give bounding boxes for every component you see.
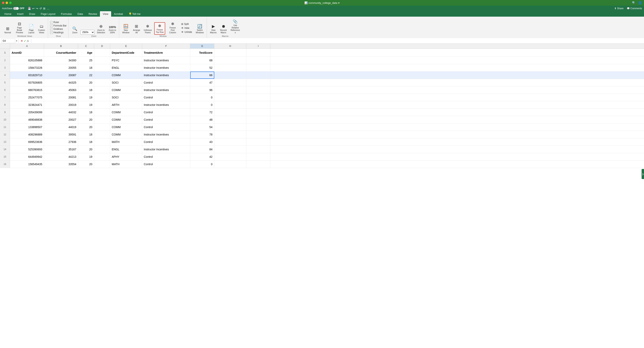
cell-e4[interactable]: COMM	[110, 72, 142, 79]
cell-i10[interactable]	[246, 116, 270, 123]
cell-h10[interactable]	[214, 116, 246, 123]
ruler-checkbox[interactable]: ✓ Ruler	[50, 21, 67, 24]
cell-b13[interactable]: 27936	[44, 138, 78, 146]
cell-c10[interactable]: 20	[78, 116, 94, 123]
new-window-button[interactable]: 🪟 NewWindow	[121, 23, 131, 35]
cell-f9[interactable]: Control	[142, 109, 190, 116]
cell-a2[interactable]: 826105888	[10, 57, 44, 64]
cell-g6[interactable]: 96	[190, 86, 214, 94]
cell-f6[interactable]: Instructor Incentives	[142, 86, 190, 94]
cell-g4[interactable]: 66	[190, 72, 214, 79]
cell-h14[interactable]	[214, 146, 246, 153]
cell-g13[interactable]: 43	[190, 138, 214, 146]
cell-c1[interactable]: Age	[78, 49, 94, 57]
arrange-all-button[interactable]: ⊞ ArrangeAll	[132, 23, 142, 35]
cell-h4[interactable]	[214, 72, 246, 79]
tab-draw[interactable]: Draw	[26, 11, 38, 17]
cell-d4[interactable]	[94, 72, 110, 79]
cell-a15[interactable]: 644949942	[10, 153, 44, 160]
cell-h5[interactable]	[214, 79, 246, 86]
custom-views-button[interactable]: 🗂 CustomViews	[37, 23, 46, 35]
zoom-100-button[interactable]: 100% Zoom to100%	[108, 25, 117, 35]
col-header-G[interactable]: G	[190, 44, 214, 49]
cell-c6[interactable]: 18	[78, 86, 94, 94]
cell-e5[interactable]: SOCI	[110, 79, 142, 86]
page-break-preview-button[interactable]: ⊟ Page BreakPreview	[13, 21, 26, 35]
cell-f13[interactable]: Control	[142, 138, 190, 146]
col-header-B[interactable]: B	[44, 44, 78, 49]
cell-d11[interactable]	[94, 124, 110, 131]
cell-b16[interactable]: 33554	[44, 161, 78, 168]
cell-b9[interactable]: 44032	[44, 109, 78, 116]
cell-c12[interactable]: 18	[78, 131, 94, 138]
cell-c4[interactable]: 22	[78, 72, 94, 79]
cell-h16[interactable]	[214, 161, 246, 168]
cell-i13[interactable]	[246, 138, 270, 146]
cell-e9[interactable]: COMM	[110, 109, 142, 116]
cell-f8[interactable]: Instructor Incentives	[142, 101, 190, 108]
cell-c3[interactable]: 18	[78, 64, 94, 71]
cell-b12[interactable]: 39591	[44, 131, 78, 138]
cell-c13[interactable]: 18	[78, 138, 94, 146]
view-macros-button[interactable]: ▶ ViewMacros	[209, 23, 218, 35]
tab-formulas[interactable]: Formulas	[58, 11, 75, 17]
cell-b14[interactable]: 35167	[44, 146, 78, 153]
cell-i8[interactable]	[246, 101, 270, 108]
cell-e8[interactable]: ARTH	[110, 101, 142, 108]
cell-h7[interactable]	[214, 94, 246, 101]
cell-c8[interactable]: 19	[78, 101, 94, 108]
maximize-button[interactable]	[9, 2, 12, 4]
cell-i7[interactable]	[246, 94, 270, 101]
cell-a14[interactable]: 525390693	[10, 146, 44, 153]
cell-g2[interactable]: 68	[190, 57, 214, 64]
cell-d16[interactable]	[94, 161, 110, 168]
cell-f10[interactable]: Control	[142, 116, 190, 123]
cancel-formula-icon[interactable]: ✕	[21, 39, 23, 43]
cell-a4[interactable]: 831829710	[10, 72, 44, 79]
normal-view-button[interactable]: ⊞ Normal	[3, 26, 12, 35]
close-button[interactable]	[2, 2, 4, 4]
save-icon[interactable]: 💾	[28, 7, 31, 10]
cell-d13[interactable]	[94, 138, 110, 146]
cell-c9[interactable]: 18	[78, 109, 94, 116]
cell-g14[interactable]: 84	[190, 146, 214, 153]
cell-i12[interactable]	[246, 131, 270, 138]
cell-d14[interactable]	[94, 146, 110, 153]
col-header-C[interactable]: C	[78, 44, 94, 49]
cell-d8[interactable]	[94, 101, 110, 108]
cell-a6[interactable]: 680763815	[10, 86, 44, 94]
cell-e11[interactable]: COMM	[110, 124, 142, 131]
cell-b4[interactable]: 20087	[44, 72, 78, 79]
zoom-select[interactable]: 250% 200% 150% 100% 75% 50%	[80, 30, 94, 35]
cell-c14[interactable]: 20	[78, 146, 94, 153]
cell-e1[interactable]: DepartmentCode	[110, 49, 142, 57]
tab-tell-me[interactable]: 💡 Tell me	[126, 11, 144, 17]
cell-a1[interactable]: AnonID	[10, 49, 44, 57]
redo-icon[interactable]: ↪	[36, 7, 38, 10]
cell-g12[interactable]: 78	[190, 131, 214, 138]
page-layout-view-button[interactable]: 📄 PageLayout	[27, 23, 36, 35]
cell-h11[interactable]	[214, 124, 246, 131]
cell-b11[interactable]: 44019	[44, 124, 78, 131]
unhide-button[interactable]: 👁 Unhide	[180, 30, 193, 34]
tab-data[interactable]: Data	[75, 11, 86, 17]
unfreeze-panes-button[interactable]: ❄ UnfreezePanes	[142, 23, 153, 35]
zoom-to-selection-button[interactable]: ⊕ Zoom toSelection	[96, 23, 106, 35]
cell-i2[interactable]	[246, 57, 270, 64]
formula-bar-checkbox[interactable]: ✓ Formula Bar	[50, 24, 67, 27]
cell-h3[interactable]	[214, 64, 246, 71]
insert-function-icon[interactable]: 𝑓𝑥	[27, 39, 29, 43]
col-header-E[interactable]: E	[110, 44, 142, 49]
freeze-first-col-button[interactable]: ❄ Freeze FirstColumn	[166, 21, 179, 35]
cell-h2[interactable]	[214, 57, 246, 64]
tab-review[interactable]: Review	[86, 11, 100, 17]
cell-h12[interactable]	[214, 131, 246, 138]
cell-d6[interactable]	[94, 86, 110, 94]
headings-checkbox[interactable]: ✓ Headings	[50, 31, 67, 34]
cell-b3[interactable]: 20055	[44, 64, 78, 71]
cell-d15[interactable]	[94, 153, 110, 160]
cell-f5[interactable]: Control	[142, 79, 190, 86]
tab-view[interactable]: View	[100, 11, 111, 17]
cell-c7[interactable]: 19	[78, 94, 94, 101]
cell-a10[interactable]: 469048838	[10, 116, 44, 123]
